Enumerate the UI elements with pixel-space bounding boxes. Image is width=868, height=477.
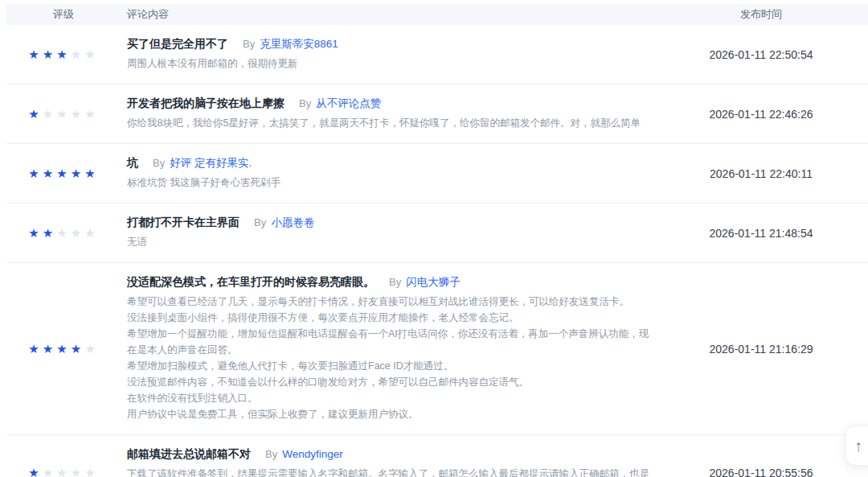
review-row: ★★★★★ 买了但是完全用不了 By 克里斯蒂安8861 周围人根本没有用邮箱的… xyxy=(6,25,868,84)
review-title: 开发者把我的脑子按在地上摩擦 xyxy=(127,97,285,111)
review-author-link[interactable]: Wendyfinger xyxy=(282,448,343,460)
review-time: 2026-01-11 21:48:54 xyxy=(710,227,813,240)
review-row: ★★★★★ 坑 By 好评 定有好果实. 标准坑货 我这脑子好奇心害死剁手 20… xyxy=(6,144,868,204)
review-title: 邮箱填进去总说邮箱不对 xyxy=(127,447,251,462)
column-header-rating: 评级 xyxy=(6,7,121,22)
review-title: 没适配深色模式，在车里打开的时候容易亮瞎眼。 xyxy=(127,275,375,290)
review-title: 买了但是完全用不了 xyxy=(127,37,228,51)
review-body: 无语 xyxy=(127,234,654,250)
review-time: 2026-01-11 22:40:11 xyxy=(710,167,813,180)
rating-stars: ★★★★★ xyxy=(28,466,98,477)
review-body: 下载了该软件准备签到，结果提示需要输入名字和邮箱。名字输入了，邮箱怎么输入最后都… xyxy=(127,466,654,477)
column-header-content: 评论内容 xyxy=(121,7,707,22)
review-author-link[interactable]: 闪电大狮子 xyxy=(406,275,461,290)
review-body: 希望可以查看已经活了几天，显示每天的打卡情况，好友直接可以相互对战比谁活得更长，… xyxy=(127,294,654,422)
review-author-link[interactable]: 好评 定有好果实. xyxy=(170,156,252,171)
review-row: ★★★★★ 邮箱填进去总说邮箱不对 By Wendyfinger 下载了该软件准… xyxy=(6,435,868,477)
by-label: By xyxy=(153,157,165,169)
rating-stars: ★★★★★ xyxy=(28,226,98,240)
review-row: ★★★★★ 没适配深色模式，在车里打开的时候容易亮瞎眼。 By 闪电大狮子 希望… xyxy=(6,263,868,435)
rating-stars: ★★★★★ xyxy=(28,167,98,180)
review-author-link[interactable]: 克里斯蒂安8861 xyxy=(260,37,338,51)
review-title: 打都打不开卡在主界面 xyxy=(127,216,240,230)
review-body: 你给我8块吧，我给你5星好评，太搞笑了，就是两天不打卡，怀疑你嘎了，给你留的邮箱… xyxy=(127,115,654,131)
rating-stars: ★★★★★ xyxy=(28,107,98,121)
review-time: 2026-01-11 22:50:54 xyxy=(710,48,813,61)
reviews-page: 评级 评论内容 发布时间 ★★★★★ 买了但是完全用不了 By 克里斯蒂安886… xyxy=(0,0,868,477)
review-title: 坑 xyxy=(127,156,138,171)
arrow-up-icon: ↑ xyxy=(854,437,862,455)
table-header: 评级 评论内容 发布时间 xyxy=(6,4,868,25)
by-label: By xyxy=(254,216,266,228)
review-row: ★★★★★ 打都打不开卡在主界面 By 小愿卷卷 无语 2026-01-11 2… xyxy=(6,204,868,263)
review-time: 2026-01-11 22:46:26 xyxy=(710,108,813,121)
by-label: By xyxy=(265,448,277,460)
rating-stars: ★★★★★ xyxy=(28,342,98,356)
review-row: ★★★★★ 开发者把我的脑子按在地上摩擦 By 从不评论点赞 你给我8块吧，我给… xyxy=(6,84,868,144)
review-body: 标准坑货 我这脑子好奇心害死剁手 xyxy=(127,175,654,191)
table-body: ★★★★★ 买了但是完全用不了 By 克里斯蒂安8861 周围人根本没有用邮箱的… xyxy=(6,25,868,477)
by-label: By xyxy=(299,97,311,109)
back-to-top-button[interactable]: ↑ xyxy=(845,426,868,466)
review-author-link[interactable]: 从不评论点赞 xyxy=(316,97,381,111)
review-time: 2026-01-11 21:16:29 xyxy=(710,343,813,356)
review-author-link[interactable]: 小愿卷卷 xyxy=(271,216,314,230)
column-header-time: 发布时间 xyxy=(707,7,868,22)
rating-stars: ★★★★★ xyxy=(28,47,98,61)
by-label: By xyxy=(243,38,255,50)
review-body: 周围人根本没有用邮箱的，很期待更新 xyxy=(127,56,654,72)
reviews-table: 评级 评论内容 发布时间 ★★★★★ 买了但是完全用不了 By 克里斯蒂安886… xyxy=(6,4,868,477)
review-time: 2026-01-11 20:55:56 xyxy=(710,467,813,477)
by-label: By xyxy=(389,276,401,288)
